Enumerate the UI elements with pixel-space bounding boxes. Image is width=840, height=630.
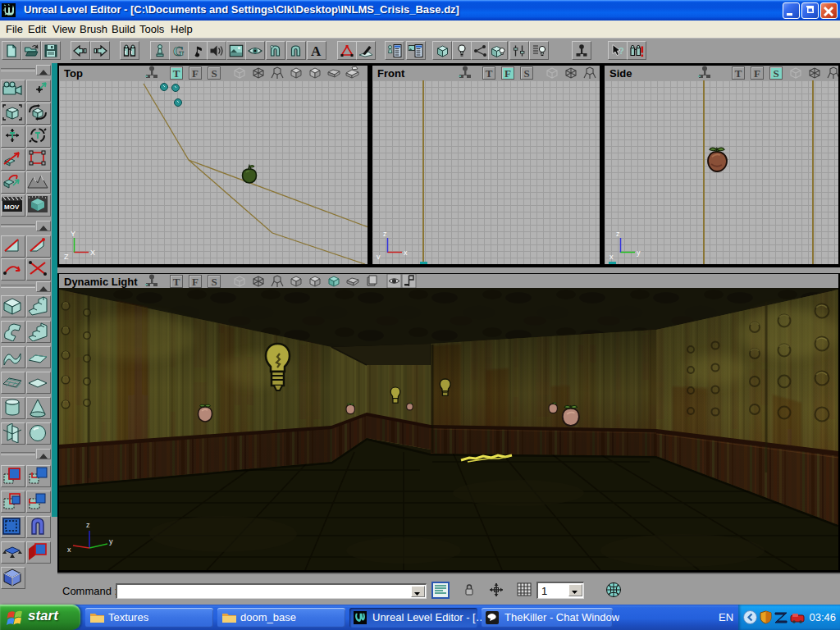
svg-text:?: ? [619, 45, 624, 55]
svg-text:X: X [90, 249, 95, 257]
svg-text:z: z [86, 521, 90, 529]
svg-text:y: y [637, 249, 641, 257]
svg-text:G: G [173, 44, 184, 57]
svg-text:x: x [404, 249, 408, 257]
svg-text:Y: Y [71, 230, 75, 238]
svg-text:MOV: MOV [4, 203, 20, 211]
svg-text:z: z [616, 230, 620, 238]
svg-text:Z: Z [64, 253, 69, 261]
svg-text:A: A [311, 44, 322, 57]
svg-text:v: v [377, 253, 381, 261]
svg-text:z: z [383, 230, 387, 238]
svg-text:x: x [67, 546, 71, 554]
svg-text:y: y [109, 537, 113, 546]
svg-text:x: x [609, 253, 614, 261]
